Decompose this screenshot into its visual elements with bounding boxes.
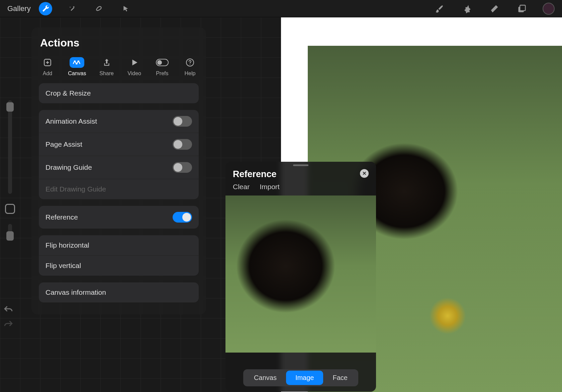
toggle-switch[interactable] bbox=[173, 116, 192, 127]
actions-tab-add[interactable]: Add bbox=[40, 57, 55, 77]
wrench-icon bbox=[41, 5, 50, 13]
layers-tool[interactable] bbox=[515, 2, 529, 15]
canvas-icon bbox=[70, 57, 84, 68]
action-item-reference[interactable]: Reference bbox=[39, 206, 199, 229]
reference-actions: Clear Import bbox=[225, 183, 376, 195]
selection-icon bbox=[95, 5, 103, 12]
wand-icon bbox=[69, 5, 76, 12]
import-button[interactable]: Import bbox=[260, 183, 280, 191]
action-item-page-assist[interactable]: Page Assist bbox=[39, 133, 199, 156]
actions-tabs: AddCanvasShareVideoPrefsHelp bbox=[39, 57, 199, 83]
transform-tool[interactable] bbox=[119, 2, 132, 15]
tab-label: Help bbox=[185, 71, 196, 77]
undo-redo-group bbox=[3, 305, 13, 328]
action-item-crop-resize[interactable]: Crop & Resize bbox=[39, 83, 199, 103]
item-label: Edit Drawing Guide bbox=[45, 185, 106, 193]
prefs-icon bbox=[155, 57, 170, 68]
tab-label: Prefs bbox=[156, 71, 168, 77]
brush-size-slider[interactable] bbox=[8, 100, 12, 194]
item-label: Crop & Resize bbox=[45, 89, 91, 97]
toggle-switch[interactable] bbox=[173, 162, 192, 173]
item-label: Flip horizontal bbox=[45, 241, 89, 249]
actions-tab-video[interactable]: Video bbox=[127, 57, 142, 77]
top-toolbar: Gallery bbox=[0, 0, 562, 17]
segment-image[interactable]: Image bbox=[286, 371, 323, 385]
close-icon: ✕ bbox=[362, 170, 367, 176]
clear-button[interactable]: Clear bbox=[233, 183, 250, 191]
color-swatch[interactable] bbox=[543, 3, 555, 15]
tab-label: Video bbox=[127, 71, 141, 77]
close-button[interactable]: ✕ bbox=[360, 169, 369, 178]
slider-thumb[interactable] bbox=[6, 231, 14, 241]
segment-canvas[interactable]: Canvas bbox=[245, 371, 286, 385]
actions-tab-share[interactable]: Share bbox=[99, 57, 114, 77]
brush-tool[interactable] bbox=[433, 2, 446, 15]
redo-button[interactable] bbox=[3, 319, 13, 328]
item-label: Drawing Guide bbox=[45, 163, 92, 171]
brush-opacity-slider[interactable] bbox=[8, 224, 12, 241]
eraser-icon bbox=[490, 4, 499, 13]
add-icon bbox=[40, 57, 55, 68]
toggle-switch[interactable] bbox=[173, 139, 192, 150]
eraser-tool[interactable] bbox=[488, 2, 501, 15]
item-label: Reference bbox=[45, 213, 78, 221]
svg-rect-1 bbox=[520, 5, 525, 10]
left-sidebar bbox=[3, 100, 17, 241]
tab-label: Add bbox=[43, 71, 52, 77]
redo-icon bbox=[3, 319, 13, 328]
toggle-switch[interactable] bbox=[173, 212, 192, 223]
modify-button[interactable] bbox=[5, 204, 15, 214]
share-icon bbox=[99, 57, 114, 68]
action-item-flip-horizontal[interactable]: Flip horizontal bbox=[39, 235, 199, 255]
undo-button[interactable] bbox=[3, 305, 13, 313]
slider-thumb[interactable] bbox=[6, 102, 14, 112]
undo-icon bbox=[3, 305, 13, 313]
help-icon bbox=[183, 57, 197, 68]
svg-point-4 bbox=[157, 60, 162, 65]
item-label: Page Assist bbox=[45, 140, 82, 148]
smudge-icon bbox=[462, 4, 472, 13]
reference-image[interactable] bbox=[225, 195, 376, 353]
video-icon bbox=[127, 57, 142, 68]
item-label: Flip vertical bbox=[45, 262, 81, 270]
reference-mode-segment: CanvasImageFace bbox=[243, 369, 358, 386]
action-item-drawing-guide[interactable]: Drawing Guide bbox=[39, 156, 199, 179]
adjustments-tool[interactable] bbox=[66, 2, 79, 15]
actions-tab-prefs[interactable]: Prefs bbox=[155, 57, 170, 77]
action-item-canvas-information[interactable]: Canvas information bbox=[39, 282, 199, 302]
reference-popup[interactable]: Reference ✕ Clear Import CanvasImageFace bbox=[225, 162, 376, 392]
actions-tab-canvas[interactable]: Canvas bbox=[68, 57, 86, 77]
layers-icon bbox=[517, 4, 527, 13]
smudge-tool[interactable] bbox=[460, 2, 474, 15]
gallery-link[interactable]: Gallery bbox=[7, 4, 31, 13]
arrow-cursor-icon bbox=[122, 5, 129, 12]
segment-face[interactable]: Face bbox=[323, 371, 357, 385]
action-item-edit-drawing-guide: Edit Drawing Guide bbox=[39, 179, 199, 199]
tab-label: Canvas bbox=[68, 71, 86, 77]
drag-handle[interactable] bbox=[293, 164, 308, 166]
actions-panel: Actions AddCanvasShareVideoPrefsHelp Cro… bbox=[31, 27, 206, 314]
tab-label: Share bbox=[99, 71, 114, 77]
action-item-flip-vertical[interactable]: Flip vertical bbox=[39, 255, 199, 276]
actions-tool[interactable] bbox=[39, 2, 52, 15]
item-label: Animation Assist bbox=[45, 117, 97, 125]
reference-title: Reference bbox=[233, 169, 277, 179]
brush-icon bbox=[435, 4, 444, 13]
actions-list: Crop & ResizeAnimation AssistPage Assist… bbox=[39, 83, 199, 302]
selection-tool[interactable] bbox=[92, 2, 106, 15]
actions-tab-help[interactable]: Help bbox=[183, 57, 197, 77]
item-label: Canvas information bbox=[45, 288, 106, 296]
actions-title: Actions bbox=[39, 37, 199, 49]
action-item-animation-assist[interactable]: Animation Assist bbox=[39, 110, 199, 133]
